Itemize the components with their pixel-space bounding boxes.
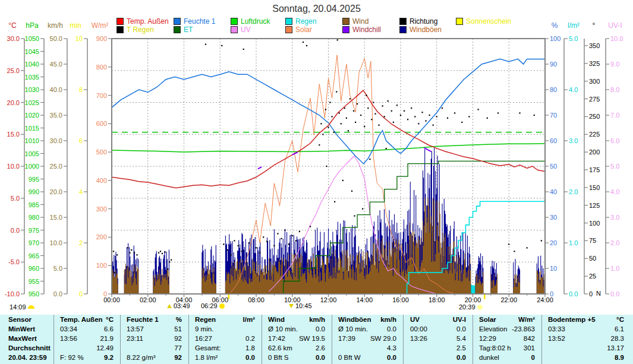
table-header: UVUV-I <box>407 316 471 323</box>
table-rowlabel-durchschnitt: Durchschnitt <box>5 344 51 352</box>
table-cell: Ø 10 min.0.0 <box>264 325 330 333</box>
svg-text:325: 325 <box>589 60 600 67</box>
svg-text:4.0: 4.0 <box>569 86 578 93</box>
table-cell: 16:270.2 <box>191 335 260 342</box>
svg-text:10: 10 <box>550 265 557 272</box>
svg-text:1020: 1020 <box>25 112 39 119</box>
svg-text:960: 960 <box>29 265 39 272</box>
table-cell: Ø 10 min.0.0 <box>335 325 401 333</box>
svg-text:1050: 1050 <box>25 35 39 42</box>
axis-hpa: 1050104510401035103010251020101510101005… <box>25 21 44 297</box>
table-cell: 0 Bft W0.0 <box>335 354 401 361</box>
svg-text:40.0: 40.0 <box>50 86 62 93</box>
x-tick-label: 14:00 <box>356 296 373 303</box>
astro-time-label: 10:45 <box>295 302 312 309</box>
svg-text:100: 100 <box>589 220 600 227</box>
table-separator <box>541 315 542 364</box>
svg-text:1010: 1010 <box>25 137 39 144</box>
astro-time-label: 20:39 <box>459 303 475 311</box>
table-cell: 1.8 l/m²0.0 <box>191 354 260 361</box>
axis-deg: 3503253002752502252001751501251007550250… <box>584 21 600 297</box>
table-header: Regenl/m² <box>191 316 260 323</box>
svg-text:20.0: 20.0 <box>50 188 62 195</box>
table-cell: 00:000.0 <box>407 325 471 333</box>
svg-text:25.0: 25.0 <box>7 67 20 74</box>
axis-unit-label: W/m² <box>92 21 109 30</box>
svg-text:800: 800 <box>96 64 107 71</box>
table-cell: Gesamt:1.8 <box>191 344 260 352</box>
table-cell: Elevation-23.863 <box>475 325 540 333</box>
svg-text:965: 965 <box>29 252 39 259</box>
axis-unit-label: °C <box>8 21 17 30</box>
svg-text:10.0: 10.0 <box>610 35 623 42</box>
svg-text:70: 70 <box>550 112 557 119</box>
svg-text:8.0: 8.0 <box>610 86 619 93</box>
svg-text:950: 950 <box>29 290 39 297</box>
svg-text:-5.0: -5.0 <box>8 258 20 265</box>
svg-text:250: 250 <box>589 113 600 120</box>
svg-text:8: 8 <box>79 86 83 93</box>
svg-text:100: 100 <box>550 35 560 42</box>
svg-text:0.0: 0.0 <box>610 290 619 297</box>
svg-text:700: 700 <box>96 92 107 99</box>
svg-text:1.0: 1.0 <box>569 239 578 246</box>
weather-plot: 30.025.020.015.010.05.00.0-5.0-10.0°C105… <box>0 0 633 364</box>
svg-text:300: 300 <box>96 205 107 213</box>
x-tick-label: 08:00 <box>248 296 264 303</box>
svg-text:300: 300 <box>589 78 600 85</box>
svg-text:3.0: 3.0 <box>610 214 619 221</box>
axis-uvi: 10.09.08.07.06.05.04.03.02.01.00.0UV-I <box>606 21 623 297</box>
svg-text:175: 175 <box>589 166 600 173</box>
down-mark-icon <box>289 304 294 308</box>
axis-unit-label: min <box>70 21 81 30</box>
table-rowlabel-20-04-23-59: 20.04. 23:59 <box>5 354 51 361</box>
table-cell: 13:265.4 <box>407 335 471 342</box>
svg-text:3.0: 3.0 <box>569 137 578 144</box>
svg-text:2.0: 2.0 <box>569 188 578 195</box>
svg-text:600: 600 <box>96 120 107 127</box>
svg-text:100: 100 <box>96 262 107 269</box>
svg-text:4: 4 <box>79 188 83 195</box>
svg-text:0: 0 <box>589 290 593 297</box>
table-cell: 13.17 <box>544 344 629 352</box>
axis-unit-label: km/h <box>48 21 63 30</box>
axis-unit-label: % <box>552 21 558 30</box>
table-separator <box>53 315 54 364</box>
svg-text:90: 90 <box>550 61 557 68</box>
svg-text:10.0: 10.0 <box>50 239 62 246</box>
svg-text:150: 150 <box>589 184 600 191</box>
svg-text:1025: 1025 <box>25 99 39 106</box>
table-separator <box>262 315 262 364</box>
table-cell: 13:5228.3 <box>544 335 629 342</box>
table-rowlabel-minwert: MinWert <box>5 325 51 333</box>
table-cell: 13:5751 <box>123 325 187 333</box>
table-cell: dunkel0 <box>475 354 540 361</box>
table-header: Windkm/h <box>264 316 330 323</box>
svg-text:0.0: 0.0 <box>11 227 20 234</box>
north-label: N <box>596 290 601 297</box>
svg-text:60: 60 <box>550 137 557 144</box>
svg-text:2: 2 <box>79 239 83 246</box>
svg-text:30.0: 30.0 <box>7 35 20 42</box>
axis-min: 1086420min <box>70 21 87 297</box>
axis-unit-label: ° <box>593 21 596 30</box>
x-tick-label: 00:00 <box>103 296 120 303</box>
svg-text:10: 10 <box>75 35 83 42</box>
astro-time-label: 06:29 <box>201 302 218 309</box>
table-cell: 03:336.1 <box>544 325 629 333</box>
svg-text:1035: 1035 <box>25 74 39 81</box>
table-cell: 03:346.6 <box>56 325 118 333</box>
svg-text:5.0: 5.0 <box>610 163 619 170</box>
astro-time-10-45: 10:45 <box>289 302 312 309</box>
svg-text:1040: 1040 <box>25 61 39 68</box>
svg-text:-10.0: -10.0 <box>5 290 20 297</box>
pale-sun-icon <box>477 305 483 310</box>
svg-text:9.0: 9.0 <box>610 61 619 68</box>
svg-text:200: 200 <box>96 233 107 240</box>
svg-text:980: 980 <box>29 214 39 221</box>
table-cell: 9 min. <box>191 325 260 333</box>
svg-text:1005: 1005 <box>25 150 39 157</box>
axis-unit-label: UV-I <box>608 21 622 30</box>
table-cell: 0.0 <box>407 354 471 361</box>
table-cell: 13:5621.9 <box>56 335 118 342</box>
